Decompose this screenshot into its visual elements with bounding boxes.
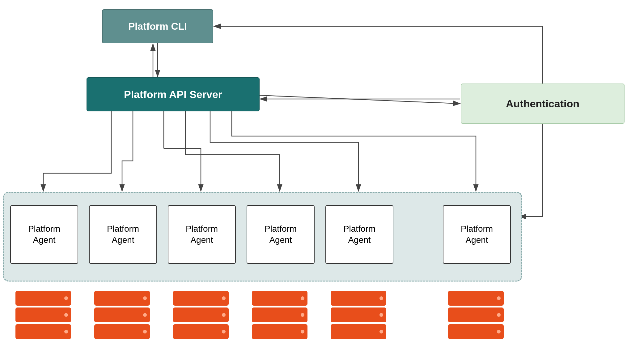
platform-agent-5: PlatformAgent <box>325 205 393 264</box>
platform-cli-label: Platform CLI <box>128 21 187 32</box>
server-stack-6 <box>448 291 504 339</box>
server-stack-3 <box>173 291 229 339</box>
server-stack-4 <box>252 291 307 339</box>
agents-container: PlatformAgent PlatformAgent PlatformAgen… <box>3 192 522 282</box>
platform-agent-3: PlatformAgent <box>168 205 236 264</box>
platform-agent-4: PlatformAgent <box>247 205 315 264</box>
agent-2-label: PlatformAgent <box>107 223 139 246</box>
platform-cli-box: Platform CLI <box>102 9 213 43</box>
platform-api-box: Platform API Server <box>87 77 260 111</box>
agent-6-label: PlatformAgent <box>461 223 493 246</box>
authentication-box: Authentication <box>461 84 625 124</box>
agent-1-label: PlatformAgent <box>28 223 60 246</box>
server-stack-2 <box>94 291 150 339</box>
platform-agent-2: PlatformAgent <box>89 205 157 264</box>
authentication-label: Authentication <box>506 98 579 110</box>
platform-agent-6: PlatformAgent <box>443 205 511 264</box>
platform-api-label: Platform API Server <box>124 88 222 101</box>
server-stack-1 <box>15 291 71 339</box>
agent-4-label: PlatformAgent <box>265 223 297 246</box>
agent-3-label: PlatformAgent <box>186 223 218 246</box>
architecture-diagram: Platform CLI Platform API Server Authent… <box>0 0 644 344</box>
agent-5-label: PlatformAgent <box>343 223 375 246</box>
server-stack-5 <box>331 291 386 339</box>
svg-line-4 <box>260 95 460 104</box>
platform-agent-1: PlatformAgent <box>10 205 78 264</box>
